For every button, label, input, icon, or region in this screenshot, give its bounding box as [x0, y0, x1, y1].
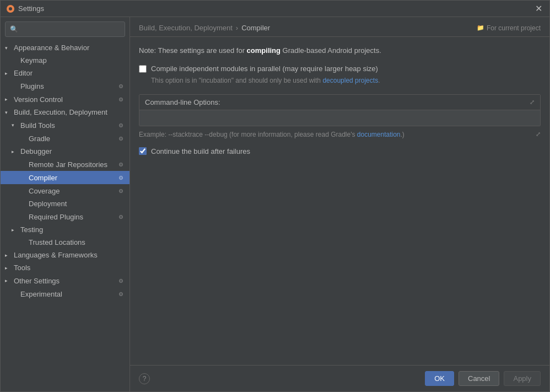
expand-arrow-bed: ▾ — [5, 110, 13, 115]
decoupled-projects-link[interactable]: decoupled projects — [322, 77, 378, 84]
sidebar-item-label: Editor — [14, 69, 33, 77]
search-input[interactable] — [21, 25, 120, 34]
sidebar-item-remote-jar[interactable]: ▸ Remote Jar Repositories ⚙ — [1, 158, 130, 171]
sidebar-item-label: Build Tools — [20, 121, 55, 130]
sidebar-item-label: Coverage — [29, 187, 60, 195]
app-icon — [6, 4, 15, 13]
sidebar-item-build-execution-deployment[interactable]: ▾ Build, Execution, Deployment — [1, 106, 130, 119]
window-title: Settings — [18, 4, 44, 13]
cmdline-input[interactable] — [144, 114, 536, 122]
settings-icon: ⚙ — [116, 186, 125, 195]
settings-icon: ⚙ — [116, 276, 125, 285]
sidebar-item-testing[interactable]: ▸ Testing — [1, 223, 130, 236]
settings-icon: ⚙ — [116, 82, 125, 90]
sidebar-item-debugger[interactable]: ▸ Debugger — [1, 145, 130, 158]
right-panel: Build, Execution, Deployment › Compiler … — [130, 17, 549, 391]
sidebar-item-build-tools[interactable]: ▾ Build Tools ⚙ — [1, 119, 130, 132]
sidebar-item-deployment[interactable]: ▸ Deployment — [1, 197, 130, 210]
sidebar-item-gradle[interactable]: ▸ Gradle ⚙ — [1, 132, 130, 145]
search-box[interactable]: 🔍 — [5, 22, 125, 37]
sidebar-item-trusted-locations[interactable]: ▸ Trusted Locations — [1, 236, 130, 249]
close-button[interactable]: ✕ — [533, 3, 544, 14]
failures-checkbox[interactable] — [139, 147, 147, 155]
sidebar-item-label: Keymap — [20, 56, 47, 65]
breadcrumb-part-2: Compiler — [241, 24, 270, 32]
expand-arrow-testing: ▸ — [12, 227, 19, 233]
sidebar-item-tools[interactable]: ▸ Tools — [1, 261, 130, 274]
sidebar-item-label: Compiler — [29, 174, 57, 182]
example-text-content: Example: --stacktrace --debug (for more … — [139, 131, 357, 138]
breadcrumb: Build, Execution, Deployment › Compiler … — [139, 24, 541, 32]
incubation-text: This option is in "incubation" and shoul… — [151, 76, 541, 85]
expand-arrow-editor: ▸ — [5, 71, 13, 76]
documentation-link[interactable]: documentation — [357, 131, 401, 138]
sidebar-item-label: Other Settings — [14, 277, 60, 285]
sidebar-item-plugins[interactable]: ▸ Plugins ⚙ — [1, 79, 130, 93]
example-prefix: Example: --stacktrace --debug (for more … — [139, 131, 533, 138]
settings-icon: ⚙ — [116, 212, 125, 221]
breadcrumb-part-1: Build, Execution, Deployment — [139, 24, 233, 32]
sidebar: 🔍 ▾ Appearance & Behavior ▸ Keymap ▸ Edi — [1, 17, 130, 391]
sidebar-item-languages-frameworks[interactable]: ▸ Languages & Frameworks — [1, 249, 130, 261]
for-current-project: 📁 For current project — [477, 24, 541, 32]
sidebar-item-label: Required Plugins — [29, 213, 83, 221]
expand-arrow-os: ▸ — [5, 278, 13, 283]
sidebar-item-label: Version Control — [14, 95, 63, 104]
cmdline-options-container: Command-line Options: ⤢ — [139, 94, 541, 126]
sidebar-item-editor[interactable]: ▸ Editor — [1, 67, 130, 79]
apply-button[interactable]: Apply — [504, 371, 541, 386]
failures-checkbox-row: Continue the build after failures — [139, 147, 541, 155]
sidebar-item-keymap[interactable]: ▸ Keymap — [1, 54, 130, 67]
cmdline-input-area — [139, 110, 540, 126]
parallel-section: Compile independent modules in parallel … — [139, 65, 541, 85]
settings-icon: ⚙ — [116, 289, 125, 298]
failures-checkbox-label: Continue the build after failures — [151, 147, 250, 155]
parallel-checkbox-row: Compile independent modules in parallel … — [139, 65, 541, 73]
expand-icon-2[interactable]: ⤢ — [536, 131, 541, 138]
expand-arrow-tools: ▸ — [5, 265, 13, 271]
sidebar-item-label: Tools — [14, 264, 30, 272]
title-bar: Settings ✕ — [1, 1, 549, 17]
help-button[interactable]: ? — [139, 373, 150, 384]
settings-icon: ⚙ — [116, 95, 125, 104]
svg-point-1 — [9, 7, 12, 10]
sidebar-item-label: Plugins — [20, 82, 44, 90]
expand-arrow-lf: ▸ — [5, 253, 13, 258]
expand-arrow-debugger: ▸ — [12, 149, 19, 154]
sidebar-item-coverage[interactable]: ▸ Coverage ⚙ — [1, 184, 130, 197]
sidebar-item-compiler[interactable]: ▸ Compiler ⚙ — [1, 171, 130, 184]
settings-icon: ⚙ — [116, 134, 125, 143]
sidebar-item-experimental[interactable]: ▸ Experimental ⚙ — [1, 287, 130, 300]
sidebar-item-label: Languages & Frameworks — [14, 251, 98, 259]
sidebar-item-label: Gradle — [29, 135, 50, 143]
sidebar-item-label: Remote Jar Repositories — [29, 160, 107, 169]
example-text: Example: --stacktrace --debug (for more … — [139, 131, 541, 138]
breadcrumb-separator: › — [236, 24, 238, 32]
main-content: 🔍 ▾ Appearance & Behavior ▸ Keymap ▸ Edi — [1, 17, 549, 391]
sidebar-item-required-plugins[interactable]: ▸ Required Plugins ⚙ — [1, 210, 130, 223]
sidebar-nav: ▾ Appearance & Behavior ▸ Keymap ▸ Edito… — [1, 41, 130, 391]
expand-arrow-bt: ▾ — [12, 122, 19, 128]
incubation-suffix: . — [378, 77, 380, 84]
sidebar-item-appearance-behavior[interactable]: ▾ Appearance & Behavior — [1, 41, 130, 54]
settings-icon: ⚙ — [116, 121, 125, 130]
expand-icon[interactable]: ⤢ — [530, 99, 535, 106]
settings-icon: ⚙ — [116, 173, 125, 182]
sidebar-item-other-settings[interactable]: ▸ Other Settings ⚙ — [1, 274, 130, 287]
sidebar-item-label: Testing — [20, 225, 43, 234]
search-icon: 🔍 — [10, 25, 18, 33]
note-suffix: Gradle-based Android projects. — [281, 46, 381, 55]
sidebar-item-label: Experimental — [20, 290, 62, 298]
ok-button[interactable]: OK — [425, 371, 454, 386]
incubation-prefix: This option is in "incubation" and shoul… — [151, 77, 322, 84]
cancel-button[interactable]: Cancel — [459, 371, 499, 386]
sidebar-item-label: Deployment — [29, 200, 67, 208]
sidebar-item-label: Debugger — [20, 147, 52, 155]
settings-icon: ⚙ — [116, 160, 125, 169]
sidebar-item-version-control[interactable]: ▸ Version Control ⚙ — [1, 93, 130, 106]
expand-arrow-appearance: ▾ — [5, 45, 13, 51]
expand-arrow-vc: ▸ — [5, 96, 13, 102]
note-bold: compiling — [247, 46, 281, 55]
parallel-checkbox[interactable] — [139, 65, 147, 73]
sidebar-item-label: Trusted Locations — [29, 238, 85, 246]
